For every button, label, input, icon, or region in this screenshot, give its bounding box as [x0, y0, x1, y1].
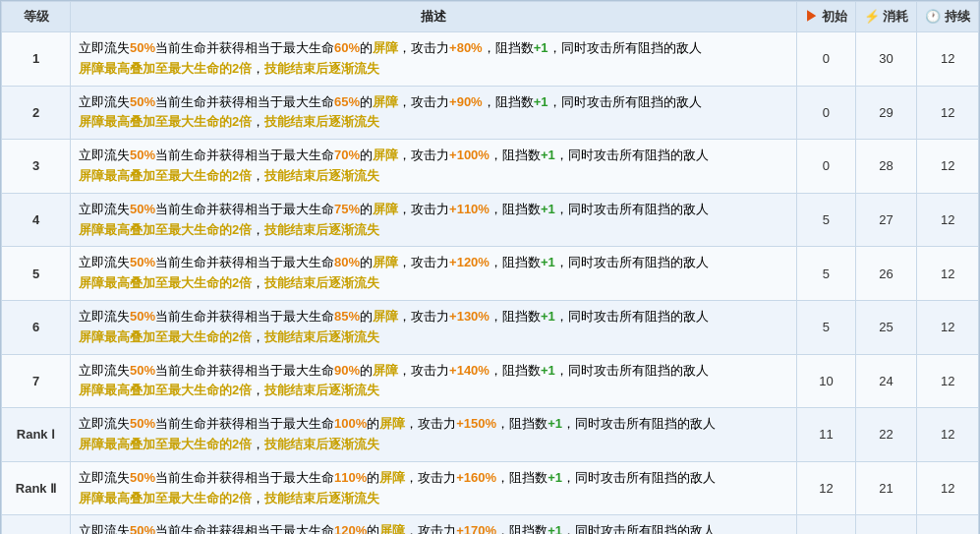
- cell-duration: 12: [917, 140, 979, 194]
- cell-cost: 28: [855, 140, 917, 194]
- cell-cost: 22: [855, 408, 917, 462]
- cell-duration: 12: [917, 247, 979, 301]
- cell-duration: 12: [917, 408, 979, 462]
- table-row: 2立即流失50%当前生命并获得相当于最大生命65%的屏障，攻击力+90%，阻挡数…: [2, 86, 979, 140]
- table-header-row: 等级 描述 ▶ 初始 ⚡ 消耗 🕐 持续: [2, 2, 979, 32]
- cell-level: 3: [2, 140, 71, 194]
- cell-cost: 26: [855, 247, 917, 301]
- cell-level: 4: [2, 193, 71, 247]
- skill-table-container: 等级 描述 ▶ 初始 ⚡ 消耗 🕐 持续 1立即流失50%当前生命并获得相当于最…: [0, 0, 980, 534]
- cell-start: 5: [797, 247, 856, 301]
- table-row: Rank Ⅰ立即流失50%当前生命并获得相当于最大生命100%的屏障，攻击力+1…: [2, 408, 979, 462]
- clock-icon: 🕐: [925, 9, 941, 24]
- cell-level: 2: [2, 86, 71, 140]
- cell-duration: 12: [917, 300, 979, 354]
- cell-start: 13: [797, 515, 856, 534]
- table-row: 5立即流失50%当前生命并获得相当于最大生命80%的屏障，攻击力+120%，阻挡…: [2, 247, 979, 301]
- cell-desc: 立即流失50%当前生命并获得相当于最大生命65%的屏障，攻击力+90%，阻挡数+…: [71, 86, 797, 140]
- cell-level: 6: [2, 300, 71, 354]
- th-start: ▶ 初始: [797, 2, 856, 32]
- table-body: 1立即流失50%当前生命并获得相当于最大生命60%的屏障，攻击力+80%，阻挡数…: [2, 32, 979, 535]
- cell-desc: 立即流失50%当前生命并获得相当于最大生命75%的屏障，攻击力+110%，阻挡数…: [71, 193, 797, 247]
- th-cost: ⚡ 消耗: [855, 2, 917, 32]
- th-level: 等级: [2, 2, 71, 32]
- cell-cost: 24: [855, 354, 917, 408]
- th-desc: 描述: [71, 2, 797, 32]
- cell-desc: 立即流失50%当前生命并获得相当于最大生命85%的屏障，攻击力+130%，阻挡数…: [71, 300, 797, 354]
- th-cost-label: 消耗: [883, 9, 908, 24]
- cell-cost: 20: [855, 515, 917, 534]
- table-row: Rank Ⅲ立即流失50%当前生命并获得相当于最大生命120%的屏障，攻击力+1…: [2, 515, 979, 534]
- cell-start: 0: [797, 32, 856, 87]
- th-duration-label: 持续: [945, 9, 970, 24]
- cell-level: Rank Ⅲ: [2, 515, 71, 534]
- skill-table: 等级 描述 ▶ 初始 ⚡ 消耗 🕐 持续 1立即流失50%当前生命并获得相当于最…: [1, 1, 979, 534]
- arrow-icon: ▶: [805, 9, 818, 24]
- cell-duration: 12: [917, 193, 979, 247]
- cell-start: 11: [797, 408, 856, 462]
- cell-level: 7: [2, 354, 71, 408]
- cell-desc: 立即流失50%当前生命并获得相当于最大生命60%的屏障，攻击力+80%，阻挡数+…: [71, 32, 797, 87]
- th-start-label: 初始: [822, 9, 847, 24]
- cell-desc: 立即流失50%当前生命并获得相当于最大生命90%的屏障，攻击力+140%，阻挡数…: [71, 354, 797, 408]
- table-row: 7立即流失50%当前生命并获得相当于最大生命90%的屏障，攻击力+140%，阻挡…: [2, 354, 979, 408]
- cell-cost: 25: [855, 300, 917, 354]
- cell-desc: 立即流失50%当前生命并获得相当于最大生命70%的屏障，攻击力+100%，阻挡数…: [71, 140, 797, 194]
- cell-cost: 29: [855, 86, 917, 140]
- cell-start: 0: [797, 140, 856, 194]
- cell-start: 5: [797, 300, 856, 354]
- table-row: Rank Ⅱ立即流失50%当前生命并获得相当于最大生命110%的屏障，攻击力+1…: [2, 461, 979, 515]
- bolt-icon: ⚡: [864, 9, 880, 24]
- cell-desc: 立即流失50%当前生命并获得相当于最大生命80%的屏障，攻击力+120%，阻挡数…: [71, 247, 797, 301]
- cell-start: 0: [797, 86, 856, 140]
- cell-start: 10: [797, 354, 856, 408]
- cell-duration: 12: [917, 32, 979, 87]
- cell-duration: 12: [917, 86, 979, 140]
- cell-level: Rank Ⅱ: [2, 461, 71, 515]
- cell-cost: 27: [855, 193, 917, 247]
- cell-cost: 30: [855, 32, 917, 87]
- cell-level: Rank Ⅰ: [2, 408, 71, 462]
- cell-level: 5: [2, 247, 71, 301]
- cell-duration: 12: [917, 515, 979, 534]
- table-row: 6立即流失50%当前生命并获得相当于最大生命85%的屏障，攻击力+130%，阻挡…: [2, 300, 979, 354]
- table-row: 3立即流失50%当前生命并获得相当于最大生命70%的屏障，攻击力+100%，阻挡…: [2, 140, 979, 194]
- table-row: 1立即流失50%当前生命并获得相当于最大生命60%的屏障，攻击力+80%，阻挡数…: [2, 32, 979, 87]
- cell-desc: 立即流失50%当前生命并获得相当于最大生命100%的屏障，攻击力+150%，阻挡…: [71, 408, 797, 462]
- cell-level: 1: [2, 32, 71, 87]
- cell-cost: 21: [855, 461, 917, 515]
- cell-desc: 立即流失50%当前生命并获得相当于最大生命110%的屏障，攻击力+160%，阻挡…: [71, 461, 797, 515]
- cell-start: 12: [797, 461, 856, 515]
- th-duration: 🕐 持续: [917, 2, 979, 32]
- cell-duration: 12: [917, 354, 979, 408]
- cell-duration: 12: [917, 461, 979, 515]
- table-row: 4立即流失50%当前生命并获得相当于最大生命75%的屏障，攻击力+110%，阻挡…: [2, 193, 979, 247]
- cell-start: 5: [797, 193, 856, 247]
- cell-desc: 立即流失50%当前生命并获得相当于最大生命120%的屏障，攻击力+170%，阻挡…: [71, 515, 797, 534]
